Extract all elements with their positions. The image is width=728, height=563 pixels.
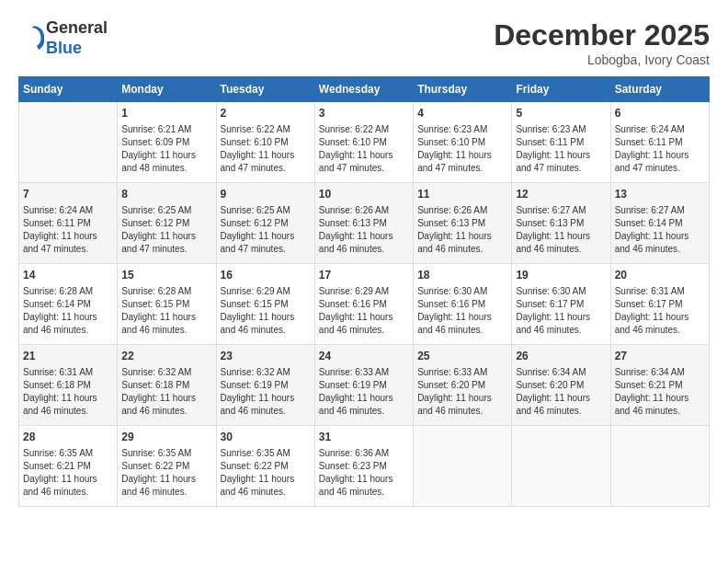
calendar-header-row: SundayMondayTuesdayWednesdayThursdayFrid… — [19, 77, 710, 102]
day-info: Sunrise: 6:29 AM Sunset: 6:16 PM Dayligh… — [319, 285, 409, 337]
day-number: 5 — [516, 106, 606, 121]
day-info: Sunrise: 6:22 AM Sunset: 6:10 PM Dayligh… — [319, 123, 409, 175]
day-info: Sunrise: 6:31 AM Sunset: 6:18 PM Dayligh… — [23, 366, 113, 418]
day-number: 4 — [417, 106, 507, 121]
calendar-cell: 14Sunrise: 6:28 AM Sunset: 6:14 PM Dayli… — [19, 264, 118, 345]
day-number: 13 — [615, 187, 705, 202]
calendar-cell: 11Sunrise: 6:26 AM Sunset: 6:13 PM Dayli… — [414, 183, 512, 264]
day-number: 21 — [23, 349, 113, 364]
logo: General Blue — [18, 18, 108, 58]
calendar-week-row: 7Sunrise: 6:24 AM Sunset: 6:11 PM Daylig… — [19, 183, 710, 264]
calendar-cell: 24Sunrise: 6:33 AM Sunset: 6:19 PM Dayli… — [314, 345, 413, 426]
day-number: 15 — [121, 268, 211, 283]
calendar-cell — [414, 426, 512, 507]
logo-blue: Blue — [46, 39, 82, 57]
header-sunday: Sunday — [19, 77, 118, 102]
header-monday: Monday — [118, 77, 216, 102]
day-number: 31 — [319, 430, 409, 445]
header-friday: Friday — [512, 77, 610, 102]
day-number: 22 — [121, 349, 211, 364]
day-info: Sunrise: 6:28 AM Sunset: 6:14 PM Dayligh… — [23, 285, 113, 337]
calendar-week-row: 21Sunrise: 6:31 AM Sunset: 6:18 PM Dayli… — [19, 345, 710, 426]
calendar-cell: 28Sunrise: 6:35 AM Sunset: 6:21 PM Dayli… — [19, 426, 118, 507]
calendar-cell: 31Sunrise: 6:36 AM Sunset: 6:23 PM Dayli… — [314, 426, 413, 507]
calendar-week-row: 1Sunrise: 6:21 AM Sunset: 6:09 PM Daylig… — [19, 102, 710, 183]
day-number: 12 — [516, 187, 606, 202]
calendar-cell — [19, 102, 118, 183]
day-number: 29 — [121, 430, 211, 445]
calendar-cell: 23Sunrise: 6:32 AM Sunset: 6:19 PM Dayli… — [216, 345, 314, 426]
calendar-week-row: 28Sunrise: 6:35 AM Sunset: 6:21 PM Dayli… — [19, 426, 710, 507]
day-info: Sunrise: 6:22 AM Sunset: 6:10 PM Dayligh… — [221, 123, 311, 175]
day-info: Sunrise: 6:33 AM Sunset: 6:19 PM Dayligh… — [319, 366, 409, 418]
day-info: Sunrise: 6:32 AM Sunset: 6:19 PM Dayligh… — [221, 366, 311, 418]
calendar-cell: 25Sunrise: 6:33 AM Sunset: 6:20 PM Dayli… — [414, 345, 512, 426]
day-info: Sunrise: 6:28 AM Sunset: 6:15 PM Dayligh… — [121, 285, 211, 337]
logo-general: General — [46, 18, 108, 37]
calendar-cell: 12Sunrise: 6:27 AM Sunset: 6:13 PM Dayli… — [512, 183, 610, 264]
day-info: Sunrise: 6:34 AM Sunset: 6:20 PM Dayligh… — [516, 366, 606, 418]
day-info: Sunrise: 6:25 AM Sunset: 6:12 PM Dayligh… — [221, 204, 311, 256]
day-info: Sunrise: 6:30 AM Sunset: 6:17 PM Dayligh… — [516, 285, 606, 337]
day-info: Sunrise: 6:24 AM Sunset: 6:11 PM Dayligh… — [23, 204, 113, 256]
day-number: 27 — [615, 349, 705, 364]
calendar-cell: 1Sunrise: 6:21 AM Sunset: 6:09 PM Daylig… — [118, 102, 216, 183]
logo-text: General Blue — [46, 18, 108, 58]
header-saturday: Saturday — [610, 77, 709, 102]
day-number: 24 — [319, 349, 409, 364]
calendar-cell: 26Sunrise: 6:34 AM Sunset: 6:20 PM Dayli… — [512, 345, 610, 426]
day-number: 2 — [221, 106, 311, 121]
day-info: Sunrise: 6:35 AM Sunset: 6:22 PM Dayligh… — [121, 447, 211, 499]
day-info: Sunrise: 6:35 AM Sunset: 6:22 PM Dayligh… — [221, 447, 311, 499]
day-info: Sunrise: 6:21 AM Sunset: 6:09 PM Dayligh… — [121, 123, 211, 175]
calendar-cell: 13Sunrise: 6:27 AM Sunset: 6:14 PM Dayli… — [610, 183, 709, 264]
calendar-cell: 7Sunrise: 6:24 AM Sunset: 6:11 PM Daylig… — [19, 183, 118, 264]
day-info: Sunrise: 6:36 AM Sunset: 6:23 PM Dayligh… — [319, 447, 409, 499]
day-number: 11 — [417, 187, 507, 202]
calendar-cell: 19Sunrise: 6:30 AM Sunset: 6:17 PM Dayli… — [512, 264, 610, 345]
day-info: Sunrise: 6:32 AM Sunset: 6:18 PM Dayligh… — [121, 366, 211, 418]
calendar-cell — [512, 426, 610, 507]
day-number: 7 — [23, 187, 113, 202]
day-info: Sunrise: 6:35 AM Sunset: 6:21 PM Dayligh… — [23, 447, 113, 499]
calendar-cell: 20Sunrise: 6:31 AM Sunset: 6:17 PM Dayli… — [610, 264, 709, 345]
day-number: 17 — [319, 268, 409, 283]
calendar-cell: 22Sunrise: 6:32 AM Sunset: 6:18 PM Dayli… — [118, 345, 216, 426]
day-number: 16 — [221, 268, 311, 283]
calendar-cell: 10Sunrise: 6:26 AM Sunset: 6:13 PM Dayli… — [314, 183, 413, 264]
calendar-cell: 6Sunrise: 6:24 AM Sunset: 6:11 PM Daylig… — [610, 102, 709, 183]
calendar-table: SundayMondayTuesdayWednesdayThursdayFrid… — [18, 76, 710, 507]
day-info: Sunrise: 6:34 AM Sunset: 6:21 PM Dayligh… — [615, 366, 705, 418]
day-number: 20 — [615, 268, 705, 283]
day-info: Sunrise: 6:25 AM Sunset: 6:12 PM Dayligh… — [121, 204, 211, 256]
day-info: Sunrise: 6:31 AM Sunset: 6:17 PM Dayligh… — [615, 285, 705, 337]
calendar-cell: 17Sunrise: 6:29 AM Sunset: 6:16 PM Dayli… — [314, 264, 413, 345]
day-info: Sunrise: 6:26 AM Sunset: 6:13 PM Dayligh… — [417, 204, 507, 256]
day-number: 25 — [417, 349, 507, 364]
day-number: 6 — [615, 106, 705, 121]
header-thursday: Thursday — [414, 77, 512, 102]
day-number: 1 — [121, 106, 211, 121]
day-number: 3 — [319, 106, 409, 121]
calendar-cell: 15Sunrise: 6:28 AM Sunset: 6:15 PM Dayli… — [118, 264, 216, 345]
calendar-cell: 21Sunrise: 6:31 AM Sunset: 6:18 PM Dayli… — [19, 345, 118, 426]
calendar-cell: 4Sunrise: 6:23 AM Sunset: 6:10 PM Daylig… — [414, 102, 512, 183]
calendar-cell: 16Sunrise: 6:29 AM Sunset: 6:15 PM Dayli… — [216, 264, 314, 345]
day-number: 26 — [516, 349, 606, 364]
calendar-cell: 5Sunrise: 6:23 AM Sunset: 6:11 PM Daylig… — [512, 102, 610, 183]
calendar-cell: 27Sunrise: 6:34 AM Sunset: 6:21 PM Dayli… — [610, 345, 709, 426]
day-info: Sunrise: 6:30 AM Sunset: 6:16 PM Dayligh… — [417, 285, 507, 337]
day-number: 10 — [319, 187, 409, 202]
calendar-cell: 18Sunrise: 6:30 AM Sunset: 6:16 PM Dayli… — [414, 264, 512, 345]
day-info: Sunrise: 6:27 AM Sunset: 6:14 PM Dayligh… — [615, 204, 705, 256]
day-info: Sunrise: 6:27 AM Sunset: 6:13 PM Dayligh… — [516, 204, 606, 256]
day-number: 19 — [516, 268, 606, 283]
day-info: Sunrise: 6:24 AM Sunset: 6:11 PM Dayligh… — [615, 123, 705, 175]
header-tuesday: Tuesday — [216, 77, 314, 102]
title-block: December 2025 Lobogba, Ivory Coast — [494, 18, 710, 67]
header-wednesday: Wednesday — [314, 77, 413, 102]
day-info: Sunrise: 6:33 AM Sunset: 6:20 PM Dayligh… — [417, 366, 507, 418]
calendar-cell: 3Sunrise: 6:22 AM Sunset: 6:10 PM Daylig… — [314, 102, 413, 183]
day-number: 23 — [221, 349, 311, 364]
calendar-cell: 8Sunrise: 6:25 AM Sunset: 6:12 PM Daylig… — [118, 183, 216, 264]
